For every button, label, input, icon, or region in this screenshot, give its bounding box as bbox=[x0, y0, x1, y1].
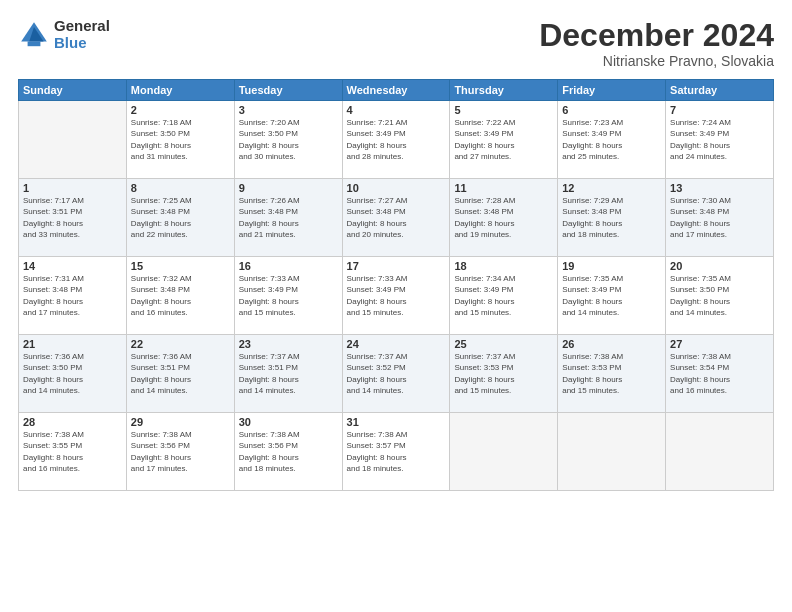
col-thursday: Thursday bbox=[450, 80, 558, 101]
day-cell-5: 5Sunrise: 7:22 AMSunset: 3:49 PMDaylight… bbox=[450, 101, 558, 179]
day-cell-12: 12Sunrise: 7:29 AMSunset: 3:48 PMDayligh… bbox=[558, 179, 666, 257]
day-cell-1: 1Sunrise: 7:17 AMSunset: 3:51 PMDaylight… bbox=[19, 179, 127, 257]
day-cell-31: 31Sunrise: 7:38 AMSunset: 3:57 PMDayligh… bbox=[342, 413, 450, 491]
day-cell-empty-2 bbox=[450, 413, 558, 491]
calendar-header-row: Sunday Monday Tuesday Wednesday Thursday… bbox=[19, 80, 774, 101]
day-cell-14: 14Sunrise: 7:31 AMSunset: 3:48 PMDayligh… bbox=[19, 257, 127, 335]
col-monday: Monday bbox=[126, 80, 234, 101]
day-cell-10: 10Sunrise: 7:27 AMSunset: 3:48 PMDayligh… bbox=[342, 179, 450, 257]
page: General Blue December 2024 Nitrianske Pr… bbox=[0, 0, 792, 612]
day-cell-16: 16Sunrise: 7:33 AMSunset: 3:49 PMDayligh… bbox=[234, 257, 342, 335]
logo: General Blue bbox=[18, 18, 110, 51]
logo-icon bbox=[18, 19, 50, 51]
week-row-4: 21Sunrise: 7:36 AMSunset: 3:50 PMDayligh… bbox=[19, 335, 774, 413]
col-saturday: Saturday bbox=[666, 80, 774, 101]
day-cell-empty bbox=[19, 101, 127, 179]
day-cell-8: 8Sunrise: 7:25 AMSunset: 3:48 PMDaylight… bbox=[126, 179, 234, 257]
day-cell-22: 22Sunrise: 7:36 AMSunset: 3:51 PMDayligh… bbox=[126, 335, 234, 413]
col-friday: Friday bbox=[558, 80, 666, 101]
day-cell-20: 20Sunrise: 7:35 AMSunset: 3:50 PMDayligh… bbox=[666, 257, 774, 335]
col-wednesday: Wednesday bbox=[342, 80, 450, 101]
title-block: December 2024 Nitrianske Pravno, Slovaki… bbox=[539, 18, 774, 69]
day-cell-27: 27Sunrise: 7:38 AMSunset: 3:54 PMDayligh… bbox=[666, 335, 774, 413]
week-row-1: 2Sunrise: 7:18 AMSunset: 3:50 PMDaylight… bbox=[19, 101, 774, 179]
day-cell-4: 4Sunrise: 7:21 AMSunset: 3:49 PMDaylight… bbox=[342, 101, 450, 179]
day-cell-19: 19Sunrise: 7:35 AMSunset: 3:49 PMDayligh… bbox=[558, 257, 666, 335]
col-sunday: Sunday bbox=[19, 80, 127, 101]
location-title: Nitrianske Pravno, Slovakia bbox=[539, 53, 774, 69]
day-cell-18: 18Sunrise: 7:34 AMSunset: 3:49 PMDayligh… bbox=[450, 257, 558, 335]
day-cell-29: 29Sunrise: 7:38 AMSunset: 3:56 PMDayligh… bbox=[126, 413, 234, 491]
week-row-2: 1Sunrise: 7:17 AMSunset: 3:51 PMDaylight… bbox=[19, 179, 774, 257]
day-cell-30: 30Sunrise: 7:38 AMSunset: 3:56 PMDayligh… bbox=[234, 413, 342, 491]
svg-rect-2 bbox=[28, 41, 41, 46]
day-cell-empty-3 bbox=[558, 413, 666, 491]
calendar-table: Sunday Monday Tuesday Wednesday Thursday… bbox=[18, 79, 774, 491]
month-title: December 2024 bbox=[539, 18, 774, 53]
col-tuesday: Tuesday bbox=[234, 80, 342, 101]
day-cell-21: 21Sunrise: 7:36 AMSunset: 3:50 PMDayligh… bbox=[19, 335, 127, 413]
week-row-3: 14Sunrise: 7:31 AMSunset: 3:48 PMDayligh… bbox=[19, 257, 774, 335]
day-cell-24: 24Sunrise: 7:37 AMSunset: 3:52 PMDayligh… bbox=[342, 335, 450, 413]
day-cell-23: 23Sunrise: 7:37 AMSunset: 3:51 PMDayligh… bbox=[234, 335, 342, 413]
day-cell-7: 7Sunrise: 7:24 AMSunset: 3:49 PMDaylight… bbox=[666, 101, 774, 179]
day-cell-13: 13Sunrise: 7:30 AMSunset: 3:48 PMDayligh… bbox=[666, 179, 774, 257]
day-cell-25: 25Sunrise: 7:37 AMSunset: 3:53 PMDayligh… bbox=[450, 335, 558, 413]
header: General Blue December 2024 Nitrianske Pr… bbox=[18, 18, 774, 69]
day-cell-9: 9Sunrise: 7:26 AMSunset: 3:48 PMDaylight… bbox=[234, 179, 342, 257]
day-cell-6: 6Sunrise: 7:23 AMSunset: 3:49 PMDaylight… bbox=[558, 101, 666, 179]
logo-general: General bbox=[54, 18, 110, 35]
day-cell-11: 11Sunrise: 7:28 AMSunset: 3:48 PMDayligh… bbox=[450, 179, 558, 257]
day-cell-2: 2Sunrise: 7:18 AMSunset: 3:50 PMDaylight… bbox=[126, 101, 234, 179]
day-cell-empty-4 bbox=[666, 413, 774, 491]
day-cell-26: 26Sunrise: 7:38 AMSunset: 3:53 PMDayligh… bbox=[558, 335, 666, 413]
day-cell-3: 3Sunrise: 7:20 AMSunset: 3:50 PMDaylight… bbox=[234, 101, 342, 179]
day-cell-28: 28Sunrise: 7:38 AMSunset: 3:55 PMDayligh… bbox=[19, 413, 127, 491]
day-cell-17: 17Sunrise: 7:33 AMSunset: 3:49 PMDayligh… bbox=[342, 257, 450, 335]
logo-text: General Blue bbox=[54, 18, 110, 51]
week-row-5: 28Sunrise: 7:38 AMSunset: 3:55 PMDayligh… bbox=[19, 413, 774, 491]
day-cell-15: 15Sunrise: 7:32 AMSunset: 3:48 PMDayligh… bbox=[126, 257, 234, 335]
logo-blue: Blue bbox=[54, 35, 110, 52]
